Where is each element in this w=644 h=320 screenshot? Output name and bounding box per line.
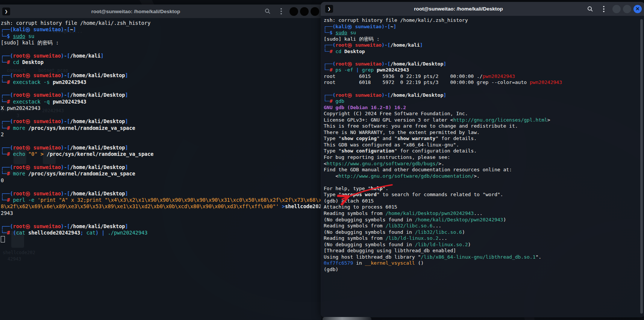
terminal-badge-icon: ❯ [2, 8, 10, 15]
maximize-button[interactable] [300, 7, 309, 16]
terminal-window-right: ❯ root@sunweitao: /home/kali/Desktop ✕ z… [321, 2, 644, 317]
terminal-output-left[interactable]: zsh: corrupt history file /home/kali/.zs… [0, 18, 321, 320]
terminal-window-left: ❯ root@sunweitao: /home/kali/Desktop zsh… [0, 5, 321, 320]
search-icon[interactable] [584, 4, 597, 14]
window-title: root@sunweitao: /home/kali/Desktop [11, 9, 261, 14]
scrollbar-thumb[interactable] [640, 19, 643, 314]
window-title: root@sunweitao: /home/kali/Desktop [334, 6, 583, 12]
menu-kebab-icon[interactable] [275, 6, 288, 16]
search-icon[interactable] [261, 6, 274, 16]
close-button[interactable]: ✕ [633, 5, 642, 13]
maximize-button[interactable] [623, 5, 631, 13]
wallpaper-skull-fragment [323, 317, 371, 320]
minimize-button[interactable] [289, 7, 298, 16]
terminal-badge-icon: ❯ [325, 5, 333, 13]
close-button[interactable] [311, 7, 319, 16]
terminal-output-right[interactable]: zsh: corrupt history file /home/kali/.zs… [321, 16, 644, 317]
menu-kebab-icon[interactable] [597, 4, 610, 14]
minimize-button[interactable] [612, 5, 621, 13]
titlebar-left[interactable]: ❯ root@sunweitao: /home/kali/Desktop [0, 5, 321, 18]
titlebar-right[interactable]: ❯ root@sunweitao: /home/kali/Desktop ✕ [321, 2, 644, 16]
